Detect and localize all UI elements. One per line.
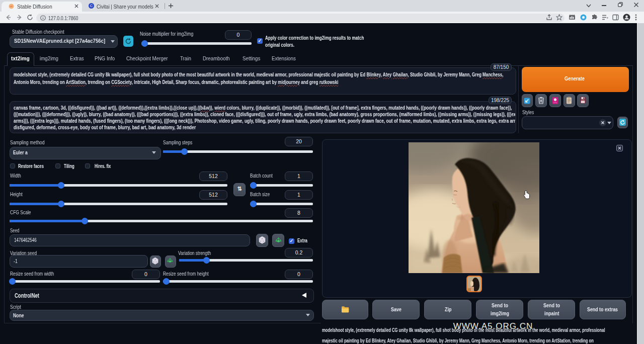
svg-text:C: C — [90, 4, 93, 8]
